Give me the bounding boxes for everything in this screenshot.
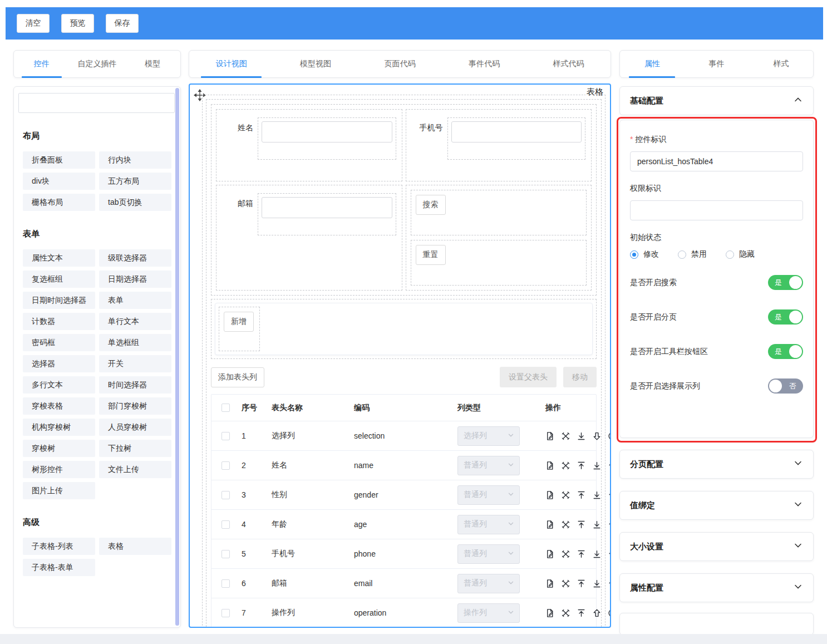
- control-chip[interactable]: 子表格-列表: [23, 538, 95, 555]
- control-chip[interactable]: 树形控件: [23, 461, 95, 478]
- move-top-icon[interactable]: [577, 608, 586, 618]
- section-basic-config[interactable]: 基础配置: [619, 86, 814, 115]
- control-chip[interactable]: 部门穿梭树: [99, 397, 171, 415]
- toggle-enable-col-select[interactable]: 否: [768, 378, 803, 394]
- section-大小设置[interactable]: 大小设置: [619, 532, 814, 561]
- email-input[interactable]: [262, 197, 392, 218]
- radio-隐藏[interactable]: 隐藏: [726, 249, 755, 259]
- tab-events[interactable]: 事件: [685, 51, 749, 77]
- move-down-icon[interactable]: [592, 431, 602, 441]
- move-top-icon[interactable]: [577, 520, 586, 529]
- row-checkbox[interactable]: [221, 520, 230, 529]
- control-chip[interactable]: 选择器: [23, 355, 95, 372]
- toggle-enable-toolbar[interactable]: 是: [768, 344, 803, 359]
- tab-style-code[interactable]: 样式代码: [526, 51, 611, 77]
- control-chip[interactable]: 属性文本: [23, 249, 95, 267]
- move-bottom-icon[interactable]: [592, 520, 602, 529]
- control-chip[interactable]: 开关: [99, 355, 171, 372]
- edit-icon[interactable]: [545, 431, 555, 441]
- section-分页配置[interactable]: 分页配置: [619, 450, 814, 479]
- tab-props[interactable]: 属性: [620, 51, 685, 77]
- edit-icon[interactable]: [545, 579, 555, 588]
- control-chip[interactable]: 下拉树: [99, 440, 171, 457]
- left-scrollbar[interactable]: [175, 88, 179, 626]
- add-header-column-button[interactable]: 添加表头列: [211, 367, 264, 387]
- control-chip[interactable]: 密码框: [23, 334, 95, 351]
- control-chip[interactable]: tab页切换: [99, 194, 171, 211]
- select-all-checkbox[interactable]: [221, 404, 230, 412]
- row-checkbox[interactable]: [221, 550, 230, 558]
- control-chip[interactable]: 人员穿梭树: [99, 419, 171, 436]
- move-up-icon[interactable]: [608, 549, 611, 559]
- crossed-pencils-icon[interactable]: [561, 579, 570, 588]
- move-top-icon[interactable]: [577, 579, 586, 588]
- control-chip[interactable]: 计数器: [23, 313, 95, 330]
- preview-button[interactable]: 预览: [61, 14, 94, 33]
- new-button[interactable]: 新增: [224, 312, 254, 332]
- control-chip[interactable]: 级联选择器: [99, 249, 171, 267]
- name-input[interactable]: [262, 121, 392, 142]
- move-up-icon[interactable]: [608, 520, 611, 529]
- crossed-pencils-icon[interactable]: [561, 431, 570, 441]
- move-top-icon[interactable]: [577, 461, 586, 470]
- move-up-icon[interactable]: [608, 461, 611, 470]
- edit-icon[interactable]: [545, 490, 555, 500]
- section-属性配置[interactable]: 属性配置: [619, 573, 814, 602]
- reset-button[interactable]: 重置: [416, 245, 446, 265]
- control-chip[interactable]: 机构穿梭树: [23, 419, 95, 436]
- edit-icon[interactable]: [545, 608, 555, 618]
- control-chip[interactable]: 行内块: [99, 151, 171, 169]
- edit-icon[interactable]: [545, 461, 555, 470]
- crossed-pencils-icon[interactable]: [561, 461, 570, 470]
- control-chip[interactable]: 穿梭表格: [23, 397, 95, 415]
- row-checkbox[interactable]: [221, 461, 230, 470]
- controls-search-input[interactable]: [18, 93, 175, 113]
- search-button[interactable]: 搜索: [416, 195, 446, 215]
- control-chip[interactable]: 子表格-表单: [23, 559, 95, 576]
- control-chip[interactable]: 日期时间选择器: [23, 292, 95, 309]
- section-值绑定[interactable]: 值绑定: [619, 491, 814, 520]
- move-top-icon[interactable]: [577, 490, 586, 500]
- tab-event-code[interactable]: 事件代码: [442, 51, 526, 77]
- move-up-icon[interactable]: [592, 608, 602, 618]
- move-top-icon[interactable]: [577, 549, 586, 559]
- control-chip[interactable]: 折叠面板: [23, 151, 95, 169]
- control-chip[interactable]: 单选框组: [99, 334, 171, 351]
- control-chip[interactable]: div块: [23, 173, 95, 190]
- radio-禁用[interactable]: 禁用: [678, 249, 707, 259]
- delete-icon[interactable]: [608, 608, 611, 618]
- crossed-pencils-icon[interactable]: [561, 490, 570, 500]
- move-bottom-icon[interactable]: [592, 490, 602, 500]
- row-checkbox[interactable]: [221, 432, 230, 440]
- move-up-icon[interactable]: [608, 579, 611, 588]
- delete-icon[interactable]: [608, 431, 611, 441]
- control-chip[interactable]: 五方布局: [99, 173, 171, 190]
- edit-icon[interactable]: [545, 549, 555, 559]
- move-bottom-icon[interactable]: [592, 461, 602, 470]
- tab-page-code[interactable]: 页面代码: [358, 51, 442, 77]
- control-chip[interactable]: 单行文本: [99, 313, 171, 330]
- tab-plugins[interactable]: 自定义插件: [70, 51, 125, 77]
- row-checkbox[interactable]: [221, 609, 230, 617]
- move-up-icon[interactable]: [608, 490, 611, 500]
- clear-button[interactable]: 清空: [17, 14, 50, 33]
- save-button[interactable]: 保存: [106, 14, 139, 33]
- control-chip[interactable]: 表单: [99, 292, 171, 309]
- permission-id-input[interactable]: [630, 200, 803, 220]
- move-bottom-icon[interactable]: [592, 549, 602, 559]
- edit-icon[interactable]: [545, 520, 555, 529]
- tab-controls[interactable]: 控件: [14, 51, 70, 77]
- control-chip[interactable]: 日期选择器: [99, 271, 171, 288]
- tab-styles[interactable]: 样式: [749, 51, 813, 77]
- control-chip[interactable]: 多行文本: [23, 376, 95, 394]
- toggle-enable-search[interactable]: 是: [768, 275, 803, 290]
- phone-input[interactable]: [451, 121, 582, 142]
- control-chip[interactable]: 文件上传: [99, 461, 171, 478]
- crossed-pencils-icon[interactable]: [561, 608, 570, 618]
- control-chip[interactable]: 穿梭树: [23, 440, 95, 457]
- control-chip[interactable]: 图片上传: [23, 482, 95, 499]
- crossed-pencils-icon[interactable]: [561, 549, 570, 559]
- move-bottom-icon[interactable]: [577, 431, 586, 441]
- toggle-enable-pagination[interactable]: 是: [768, 309, 803, 325]
- radio-修改[interactable]: 修改: [630, 249, 659, 259]
